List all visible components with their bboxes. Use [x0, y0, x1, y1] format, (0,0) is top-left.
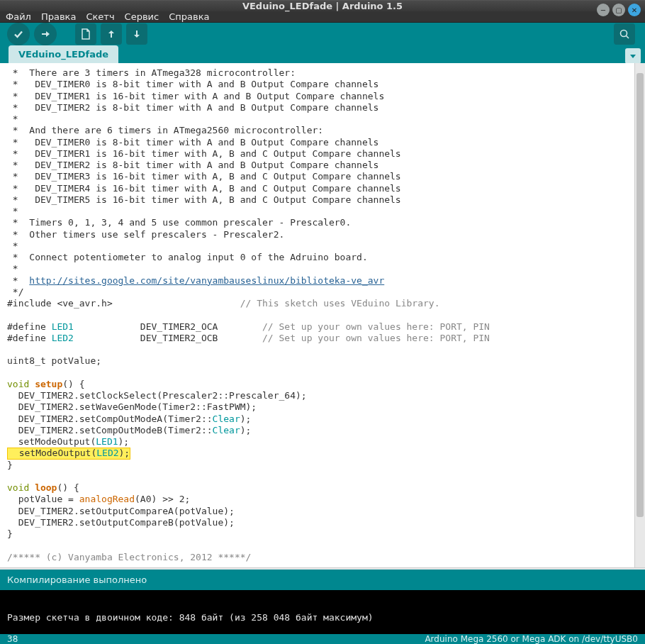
tab-bar: VEduino_LEDfade — [0, 45, 645, 63]
serial-monitor-button[interactable] — [614, 23, 635, 45]
arrow-down-icon — [132, 28, 142, 40]
menu-help[interactable]: Справка — [169, 11, 209, 22]
code-comment: * There are 3 timers in ATmega328 microc… — [7, 67, 401, 297]
window-titlebar: VEduino_LEDfade | Arduino 1.5 − ▢ ✕ — [0, 0, 645, 11]
upload-button[interactable] — [34, 23, 57, 45]
triangle-down-icon — [629, 52, 636, 60]
check-icon — [13, 28, 24, 40]
serial-monitor-icon — [619, 28, 630, 40]
status-label: Компилирование выполнено — [7, 574, 147, 585]
vertical-scrollbar[interactable] — [634, 63, 645, 567]
vertical-scroll-thumb[interactable] — [636, 73, 644, 517]
maximize-button[interactable]: ▢ — [612, 4, 625, 16]
window-controls: − ▢ ✕ — [597, 4, 641, 16]
menu-file[interactable]: Файл — [6, 11, 31, 22]
menu-sketch[interactable]: Скетч — [86, 11, 114, 22]
status-bar: Компилирование выполнено — [0, 570, 645, 590]
save-button[interactable] — [126, 23, 147, 45]
arrow-up-icon — [106, 28, 116, 40]
new-button[interactable] — [75, 23, 96, 45]
highlighted-line: setModeOutput(LED2); — [7, 448, 130, 459]
code-area: * There are 3 timers in ATmega328 microc… — [0, 63, 645, 567]
minimize-button[interactable]: − — [597, 4, 610, 16]
menu-bar: Файл Правка Скетч Сервис Справка — [0, 11, 645, 23]
code-editor[interactable]: * There are 3 timers in ATmega328 microc… — [0, 63, 634, 567]
verify-button[interactable] — [7, 23, 30, 45]
console-output: Размер скетча в двоичном коде: 848 байт … — [0, 590, 645, 634]
open-button[interactable] — [101, 23, 122, 45]
horizontal-scrollbar[interactable] — [0, 567, 645, 570]
footer-bar: 38 Arduino Mega 2560 or Mega ADK on /dev… — [0, 634, 645, 644]
code-link[interactable]: http://sites.google.com/site/vanyambause… — [29, 275, 384, 286]
window-title: VEduino_LEDfade | Arduino 1.5 — [0, 1, 645, 11]
console-text: Размер скетча в двоичном коде: 848 байт … — [7, 612, 374, 623]
tab-sketch[interactable]: VEduino_LEDfade — [9, 45, 118, 63]
arrow-right-icon — [40, 28, 51, 40]
board-info: Arduino Mega 2560 or Mega ADK on /dev/tt… — [425, 634, 638, 644]
toolbar — [0, 23, 645, 45]
close-button[interactable]: ✕ — [628, 4, 641, 16]
file-icon — [81, 28, 91, 40]
line-number: 38 — [7, 634, 18, 644]
menu-tools[interactable]: Сервис — [125, 11, 159, 22]
menu-edit[interactable]: Правка — [41, 11, 76, 22]
svg-point-0 — [621, 30, 627, 37]
tab-menu-button[interactable] — [625, 48, 641, 64]
